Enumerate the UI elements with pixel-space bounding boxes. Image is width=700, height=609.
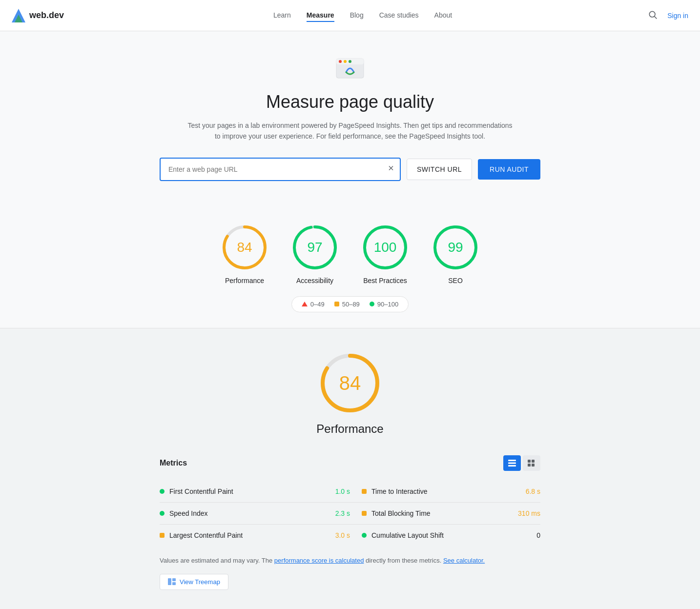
cls-indicator [362,533,367,538]
tbt-indicator [362,511,367,516]
metrics-grid: First Contentful Paint 1.0 s Time to Int… [160,481,540,546]
si-indicator [160,511,165,516]
perf-score-link[interactable]: performance score is calculated [274,557,364,564]
disclaimer: Values are estimated and may vary. The p… [160,556,540,566]
view-treemap-button[interactable]: View Treemap [160,574,228,590]
disclaimer-text: Values are estimated and may vary. The [160,557,274,564]
score-performance: 84 Performance [221,224,268,284]
cls-name: Cumulative Layout Shift [371,531,532,539]
performance-detail-circle: 84 [319,352,381,414]
svg-rect-23 [508,465,516,467]
fcp-name: First Contentful Paint [169,487,330,495]
url-input-wrapper [160,158,401,181]
switch-url-button[interactable]: SWITCH URL [407,159,472,180]
url-clear-button[interactable] [387,164,395,174]
sign-in-button[interactable]: Sign in [667,12,688,20]
page-title: Measure page quality [12,92,688,112]
svg-rect-22 [508,462,516,464]
cls-value: 0 [536,531,540,539]
fcp-indicator [160,489,165,494]
performance-inner: 84 Performance Metrics [160,352,540,590]
tti-name: Time to Interactive [371,487,521,495]
legend-average: 50–89 [334,301,360,308]
hero-description: Test your pages in a lab environment pow… [184,120,516,142]
performance-score-center: 84 Performance [160,352,540,436]
nav-case-studies[interactable]: Case studies [379,9,419,22]
nav-learn[interactable]: Learn [273,9,291,22]
search-icon [648,10,658,20]
metric-total-blocking-time: Total Blocking Time 310 ms [350,503,540,525]
best-practices-score: 100 [374,240,397,255]
metric-first-contentful-paint: First Contentful Paint 1.0 s [160,481,350,503]
nav-blog[interactable]: Blog [350,9,364,22]
metric-cumulative-layout-shift: Cumulative Layout Shift 0 [350,525,540,546]
svg-rect-27 [532,464,535,467]
svg-point-8 [349,60,351,63]
accessibility-label: Accessibility [296,277,333,284]
search-button[interactable] [646,8,659,23]
performance-detail-title: Performance [160,422,540,436]
logo-icon [12,9,25,22]
metric-speed-index: Speed Index 2.3 s [160,503,350,525]
accessibility-score: 97 [307,240,322,255]
hero-icon [12,55,688,84]
grid-view-button[interactable] [523,455,540,471]
svg-rect-26 [528,464,531,467]
legend-fail: 0–49 [302,301,325,308]
seo-label: SEO [448,277,463,284]
svg-rect-25 [532,460,535,463]
metrics-header: Metrics [160,455,540,471]
score-best-practices: 100 Best Practices [362,224,409,284]
disclaimer-mid: directly from these metrics. [364,557,443,564]
accessibility-circle: 97 [291,224,338,271]
tti-indicator [362,489,367,494]
legend-fail-range: 0–49 [310,301,325,308]
svg-rect-30 [172,582,176,585]
legend-pass-range: 90–100 [377,301,398,308]
list-view-button[interactable] [503,455,521,471]
legend-average-range: 50–89 [342,301,360,308]
url-input[interactable] [161,159,400,180]
performance-score: 84 [237,240,252,255]
best-practices-circle: 100 [362,224,409,271]
svg-point-7 [344,60,347,63]
legend-pass: 90–100 [370,301,398,308]
nav-measure[interactable]: Measure [307,9,334,22]
tti-value: 6.8 s [526,487,540,495]
hero-section: Measure page quality Test your pages in … [0,31,700,201]
best-practices-label: Best Practices [363,277,407,284]
treemap-icon [168,578,176,585]
tbt-value: 310 ms [518,509,540,517]
pass-icon [370,302,374,306]
svg-rect-29 [172,578,176,581]
nav-actions: Sign in [646,8,688,23]
nav-about[interactable]: About [434,9,453,22]
fail-icon [302,302,308,306]
scores-grid: 84 Performance 97 Accessibility 10 [12,224,688,284]
svg-point-6 [339,60,342,63]
logo[interactable]: web.dev [12,9,64,22]
run-audit-button[interactable]: RUN AUDIT [478,159,540,180]
seo-score: 99 [448,240,463,255]
performance-label: Performance [225,277,264,284]
nav-links: Learn Measure Blog Case studies About [80,9,646,22]
svg-rect-21 [508,460,516,461]
url-bar: SWITCH URL RUN AUDIT [160,158,540,181]
calculator-link[interactable]: See calculator. [443,557,485,564]
svg-line-3 [655,17,657,19]
score-seo: 99 SEO [432,224,479,284]
lcp-indicator [160,533,165,538]
performance-section: 84 Performance Metrics [0,328,700,609]
legend: 0–49 50–89 90–100 [291,296,409,312]
svg-rect-24 [528,460,531,463]
performance-detail-score: 84 [339,372,361,394]
lcp-name: Largest Contentful Paint [169,531,330,539]
view-toggle [503,455,540,471]
fcp-value: 1.0 s [335,487,350,495]
seo-circle: 99 [432,224,479,271]
tbt-name: Total Blocking Time [371,509,513,517]
svg-point-2 [650,11,656,17]
view-treemap-label: View Treemap [180,578,220,586]
scores-section: 84 Performance 97 Accessibility 10 [0,201,700,328]
lcp-value: 3.0 s [335,531,350,539]
